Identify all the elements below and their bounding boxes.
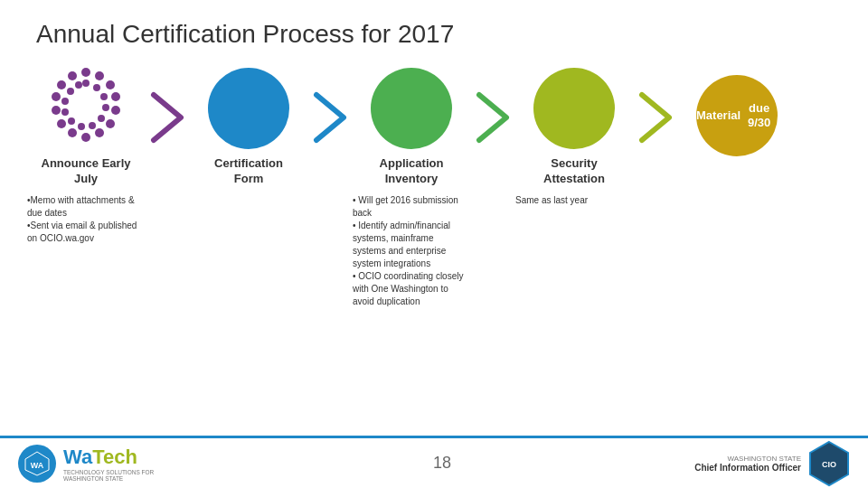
step-cert-label: CertificationForm [214,156,283,187]
logo-cio: WASHINGTON STATE Chief Information Offic… [694,440,850,487]
svg-point-6 [95,128,104,137]
steps-row: Announce EarlyJuly CertificationForm App… [0,49,868,187]
step-security-label: SecurityAttestation [543,156,605,187]
svg-text:CIO: CIO [822,460,836,469]
desc-announce: •Memo with attachments & due dates •Sent… [27,194,145,308]
svg-point-13 [68,71,77,80]
step-app-inv: ApplicationInventory [353,65,470,187]
svg-point-25 [75,81,82,89]
svg-point-10 [52,106,61,115]
svg-point-17 [102,104,109,111]
descriptions-row: •Memo with attachments & due dates •Sent… [0,187,868,308]
logo-subtitle: TECHNOLOGY SOLUTIONS FOR WASHINGTON STAT… [63,469,190,482]
cio-text: WASHINGTON STATE Chief Information Offic… [694,455,801,473]
svg-point-19 [89,122,96,129]
step-cert-circle [208,68,289,149]
svg-point-9 [57,119,66,128]
chevron-4 [633,90,678,161]
chevron-1 [145,90,190,161]
svg-point-11 [52,92,61,101]
svg-point-18 [98,115,105,122]
logo-watech: WA Wa Tech TECHNOLOGY SOLUTIONS FOR WASH… [18,445,190,483]
step-app-circle [371,68,452,149]
step-material-icon: Material due 9/30 [687,72,787,158]
svg-point-15 [93,84,100,91]
svg-point-1 [95,71,104,80]
svg-point-3 [111,92,120,101]
desc-material [678,194,796,308]
logo-wa: Wa [63,446,92,469]
cio-title: Chief Information Officer [694,463,801,473]
svg-point-23 [61,98,69,105]
svg-point-0 [81,68,90,77]
svg-point-14 [82,80,90,87]
page-number: 18 [433,454,451,473]
step-app-icon [362,65,461,151]
step-announce-icon [36,65,136,151]
svg-point-21 [68,117,75,125]
step-cert-form: CertificationForm [190,65,307,187]
step-cert-icon [199,65,298,151]
svg-point-4 [111,106,120,115]
logo-tech: Tech [92,446,137,469]
svg-point-2 [106,80,115,89]
cio-subtitle: WASHINGTON STATE [694,455,801,463]
chevron-2 [307,90,353,161]
desc-app: • Will get 2016 submission back • Identi… [353,194,470,308]
chevron-3 [470,90,515,161]
svg-point-7 [81,133,90,142]
step-announce-label: Announce EarlyJuly [42,156,131,187]
step-material: Material due 9/30 placeholder [678,72,796,179]
logo-text: Wa Tech TECHNOLOGY SOLUTIONS FOR WASHING… [63,446,190,482]
step-security-circle [533,68,615,149]
logo-circle: WA [18,445,56,483]
svg-point-20 [78,123,85,130]
svg-point-5 [106,119,115,128]
svg-text:WA: WA [31,461,44,470]
step-announce: Announce EarlyJuly [27,65,145,187]
bottom-bar: WA Wa Tech TECHNOLOGY SOLUTIONS FOR WASH… [0,436,868,488]
svg-point-16 [100,93,108,100]
svg-point-22 [61,108,69,116]
svg-point-12 [57,80,66,89]
step-material-circle: Material due 9/30 [696,75,778,156]
svg-point-8 [68,128,77,137]
svg-point-24 [67,88,74,95]
cio-hexagon-icon: CIO [808,440,850,487]
page-title: Annual Certification Process for 2017 [0,0,868,49]
step-security: SecurityAttestation [515,65,633,187]
step-security-icon [524,65,624,151]
desc-security: Same as last year [515,194,633,308]
desc-cert [190,194,307,308]
step-app-label: ApplicationInventory [380,156,444,187]
